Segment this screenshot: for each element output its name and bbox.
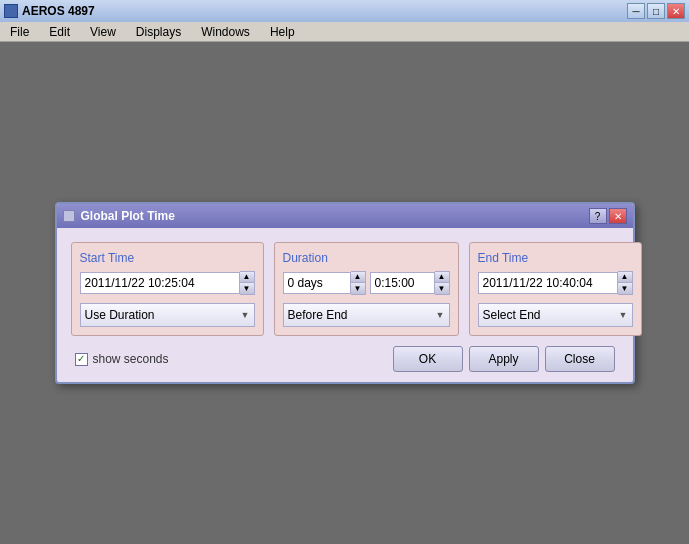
duration-days-part: ▲ ▼ — [283, 271, 366, 295]
duration-time-spin-up[interactable]: ▲ — [435, 272, 449, 283]
menu-view[interactable]: View — [84, 23, 122, 41]
footer-row: show seconds OK Apply Close — [71, 346, 619, 372]
maximize-button[interactable]: □ — [647, 3, 665, 19]
duration-days-spin-up[interactable]: ▲ — [351, 272, 365, 283]
show-seconds-label[interactable]: show seconds — [75, 352, 169, 366]
menu-edit[interactable]: Edit — [43, 23, 76, 41]
duration-dropdown-value: Before End — [288, 308, 348, 322]
start-time-spin-up[interactable]: ▲ — [240, 272, 254, 283]
duration-days-input[interactable] — [283, 272, 351, 294]
main-area: Global Plot Time ? ✕ Start Time ▲ ▼ — [0, 42, 689, 544]
end-time-spin-down[interactable]: ▼ — [618, 283, 632, 294]
dialog-global-plot-time: Global Plot Time ? ✕ Start Time ▲ ▼ — [55, 202, 635, 384]
start-time-spin-down[interactable]: ▼ — [240, 283, 254, 294]
menu-windows[interactable]: Windows — [195, 23, 256, 41]
time-columns: Start Time ▲ ▼ Use Duration ▼ — [71, 242, 619, 336]
menu-file[interactable]: File — [4, 23, 35, 41]
dialog-title: Global Plot Time — [81, 209, 583, 223]
dialog-close-button[interactable]: ✕ — [609, 208, 627, 224]
app-title: AEROS 4897 — [22, 4, 623, 18]
menu-displays[interactable]: Displays — [130, 23, 187, 41]
end-time-spin-up[interactable]: ▲ — [618, 272, 632, 283]
menu-bar: File Edit View Displays Windows Help — [0, 22, 689, 42]
start-time-spinner: ▲ ▼ — [240, 271, 255, 295]
start-time-column: Start Time ▲ ▼ Use Duration ▼ — [71, 242, 264, 336]
start-time-label: Start Time — [80, 251, 255, 265]
start-time-dropdown-value: Use Duration — [85, 308, 155, 322]
dialog-icon — [63, 210, 75, 222]
duration-time-part: ▲ ▼ — [370, 271, 450, 295]
ok-button[interactable]: OK — [393, 346, 463, 372]
duration-time-spinner: ▲ ▼ — [435, 271, 450, 295]
end-time-spinner: ▲ ▼ — [618, 271, 633, 295]
apply-button[interactable]: Apply — [469, 346, 539, 372]
duration-dropdown[interactable]: Before End ▼ — [283, 303, 450, 327]
duration-days-spinner: ▲ ▼ — [351, 271, 366, 295]
dialog-title-bar: Global Plot Time ? ✕ — [57, 204, 633, 228]
show-seconds-checkbox[interactable] — [75, 353, 88, 366]
duration-label: Duration — [283, 251, 450, 265]
menu-help[interactable]: Help — [264, 23, 301, 41]
end-time-dropdown[interactable]: Select End ▼ — [478, 303, 633, 327]
duration-days-spin-down[interactable]: ▼ — [351, 283, 365, 294]
duration-time-spin-down[interactable]: ▼ — [435, 283, 449, 294]
end-time-input[interactable] — [478, 272, 618, 294]
start-time-dropdown-arrow: ▼ — [241, 310, 250, 320]
end-time-input-row: ▲ ▼ — [478, 271, 633, 295]
end-time-label: End Time — [478, 251, 633, 265]
start-time-dropdown[interactable]: Use Duration ▼ — [80, 303, 255, 327]
close-dialog-button[interactable]: Close — [545, 346, 615, 372]
start-time-input[interactable] — [80, 272, 240, 294]
duration-dropdown-arrow: ▼ — [436, 310, 445, 320]
duration-inputs: ▲ ▼ ▲ ▼ — [283, 271, 450, 295]
duration-time-input[interactable] — [370, 272, 435, 294]
minimize-button[interactable]: ─ — [627, 3, 645, 19]
start-time-input-row: ▲ ▼ — [80, 271, 255, 295]
title-bar-buttons: ─ □ ✕ — [627, 3, 685, 19]
end-time-column: End Time ▲ ▼ Select End ▼ — [469, 242, 642, 336]
duration-column: Duration ▲ ▼ ▲ — [274, 242, 459, 336]
end-time-dropdown-arrow: ▼ — [619, 310, 628, 320]
app-icon — [4, 4, 18, 18]
app-title-bar: AEROS 4897 ─ □ ✕ — [0, 0, 689, 22]
dialog-title-buttons: ? ✕ — [589, 208, 627, 224]
action-buttons: OK Apply Close — [393, 346, 615, 372]
dialog-help-button[interactable]: ? — [589, 208, 607, 224]
dialog-body: Start Time ▲ ▼ Use Duration ▼ — [57, 228, 633, 382]
end-time-dropdown-value: Select End — [483, 308, 541, 322]
show-seconds-text: show seconds — [93, 352, 169, 366]
app-close-button[interactable]: ✕ — [667, 3, 685, 19]
